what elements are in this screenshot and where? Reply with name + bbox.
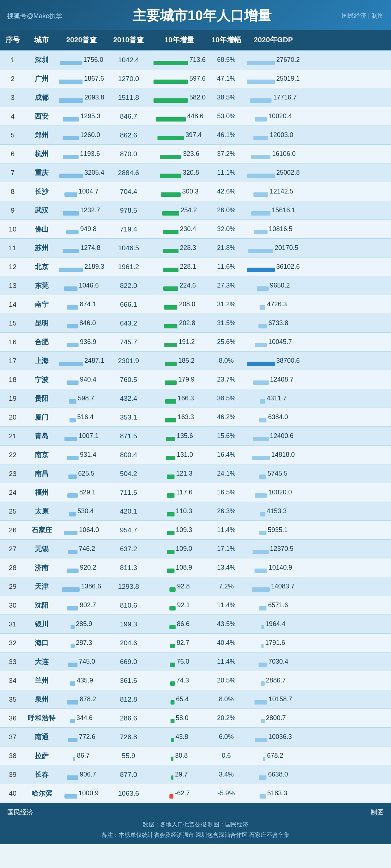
cell-rank: 5 (0, 129, 25, 141)
cell-2020: 2093.8 (58, 94, 105, 101)
cell-city: 济南 (25, 561, 58, 575)
cell-2010: 361.6 (105, 675, 152, 687)
cell-city: 长春 (25, 768, 58, 782)
cell-2020: 625.5 (58, 470, 105, 477)
cell-gdp: 4311.7 (246, 395, 300, 402)
cell-2020: 3205.4 (58, 169, 105, 176)
cell-2020: 1064.0 (58, 526, 105, 534)
cell-2010: 204.6 (105, 637, 152, 649)
cell-rank: 26 (0, 524, 25, 536)
cell-city: 泉州 (25, 693, 58, 706)
col-header-rank: 序号 (0, 34, 25, 46)
cell-pct: 7.2% (206, 580, 246, 592)
cell-2020: 598.7 (58, 395, 105, 402)
footer: 国民经济 制图 数据：各地人口七普公报 制图：国民经济 备注：本榜单仅统计省会及… (0, 803, 391, 844)
cell-inc: 76.0 (152, 658, 206, 665)
cell-pct: 37.2% (206, 148, 246, 160)
cell-inc: 254.2 (152, 207, 206, 214)
cell-rank: 37 (0, 731, 25, 743)
cell-2020: 344.6 (58, 714, 105, 722)
cell-2010: 2884.6 (105, 167, 152, 179)
cell-rank: 33 (0, 656, 25, 668)
table-row: 35 泉州 878.2 812.8 65.4 8.0% 10158.7 (0, 690, 391, 709)
table-row: 22 南京 931.4 800.4 131.0 16.4% 14818.0 (0, 446, 391, 464)
cell-2010: 353.1 (105, 411, 152, 424)
cell-gdp: 20170.5 (246, 244, 300, 252)
cell-city: 郑州 (25, 128, 58, 142)
cell-pct: 40.4% (206, 637, 246, 649)
cell-pct: 11.4% (206, 656, 246, 668)
cell-2010: 1063.6 (105, 787, 152, 800)
cell-inc: 29.7 (152, 771, 206, 778)
cell-city: 西安 (25, 110, 58, 123)
cell-pct: 3.4% (206, 769, 246, 780)
cell-gdp: 5935.1 (246, 526, 300, 534)
cell-gdp: 6571.6 (246, 601, 300, 609)
cell-city: 合肥 (25, 335, 58, 349)
table-row: 2 广州 1867.6 1270.0 597.6 47.1% 25019.1 (0, 69, 391, 88)
cell-inc: 208.0 (152, 301, 206, 308)
cell-rank: 12 (0, 261, 25, 273)
cell-pct: 26.0% (206, 204, 246, 216)
table-row: 15 昆明 846.0 643.2 202.8 31.5% 6733.8 (0, 314, 391, 333)
cell-rank: 3 (0, 92, 25, 104)
cell-city: 重庆 (25, 166, 58, 180)
cell-2010: 1042.4 (105, 54, 152, 66)
cell-gdp: 10020.4 (246, 112, 300, 120)
cell-gdp: 12370.5 (246, 545, 300, 553)
cell-inc: 228.3 (152, 244, 206, 252)
cell-pct: 11.4% (206, 524, 246, 536)
cell-2020: 1004.7 (58, 188, 105, 195)
cell-city: 青岛 (25, 429, 58, 443)
cell-city: 大连 (25, 655, 58, 669)
table-row: 27 无锡 746.2 637.2 109.0 17.1% 12370.5 (0, 540, 391, 558)
cell-gdp: 2886.7 (246, 677, 300, 684)
cell-city: 石家庄 (25, 523, 58, 537)
cell-city: 苏州 (25, 241, 58, 255)
cell-rank: 14 (0, 298, 25, 311)
cell-pct: 25.6% (206, 336, 246, 348)
cell-pct: 8.0% (206, 693, 246, 705)
table-row: 39 长春 906.7 877.0 29.7 3.4% 6638.0 (0, 765, 391, 784)
cell-2020: 931.4 (58, 451, 105, 459)
cell-rank: 35 (0, 693, 25, 706)
footer-brand-left: 国民经济 (7, 807, 33, 818)
cell-rank: 21 (0, 430, 25, 442)
cell-gdp: 38700.6 (246, 357, 300, 365)
cell-2020: 949.8 (58, 225, 105, 233)
cell-2010: 1270.0 (105, 73, 152, 85)
cell-inc: 713.6 (152, 56, 206, 64)
cell-rank: 36 (0, 712, 25, 724)
cell-2020: 936.9 (58, 338, 105, 346)
cell-rank: 15 (0, 317, 25, 329)
table-row: 38 拉萨 86.7 55.9 30.8 0.6 678.2 (0, 746, 391, 765)
cell-2020: 1274.8 (58, 244, 105, 252)
cell-inc: -62.7 (152, 790, 206, 797)
cell-rank: 39 (0, 769, 25, 781)
cell-inc: 74.3 (152, 677, 206, 684)
cell-gdp: 15616.1 (246, 207, 300, 214)
cell-rank: 2 (0, 73, 25, 85)
cell-pct: 20.5% (206, 675, 246, 686)
cell-rank: 9 (0, 204, 25, 217)
cell-2010: 760.5 (105, 374, 152, 386)
cell-city: 北京 (25, 260, 58, 274)
cell-city: 成都 (25, 91, 58, 105)
cell-pct: 21.8% (206, 242, 246, 254)
cell-gdp: 678.2 (246, 752, 300, 760)
cell-inc: 300.3 (152, 188, 206, 195)
cell-rank: 1 (0, 54, 25, 66)
cell-gdp: 7030.4 (246, 658, 300, 665)
cell-2010: 666.1 (105, 298, 152, 311)
table-row: 11 苏州 1274.8 1046.5 228.3 21.8% 20170.5 (0, 239, 391, 258)
cell-city: 呼和浩特 (25, 711, 58, 725)
table-row: 4 西安 1295.3 846.7 448.6 53.0% 10020.4 (0, 107, 391, 126)
cell-rank: 16 (0, 336, 25, 348)
cell-inc: 166.3 (152, 395, 206, 402)
table-row: 7 重庆 3205.4 2884.6 320.8 11.1% 25002.8 (0, 163, 391, 182)
cell-gdp: 1791.6 (246, 639, 300, 647)
cell-pct: 32.0% (206, 223, 246, 235)
cell-gdp: 5183.3 (246, 790, 300, 797)
col-header-inc: 10年增量 (152, 34, 206, 46)
cell-rank: 20 (0, 411, 25, 424)
